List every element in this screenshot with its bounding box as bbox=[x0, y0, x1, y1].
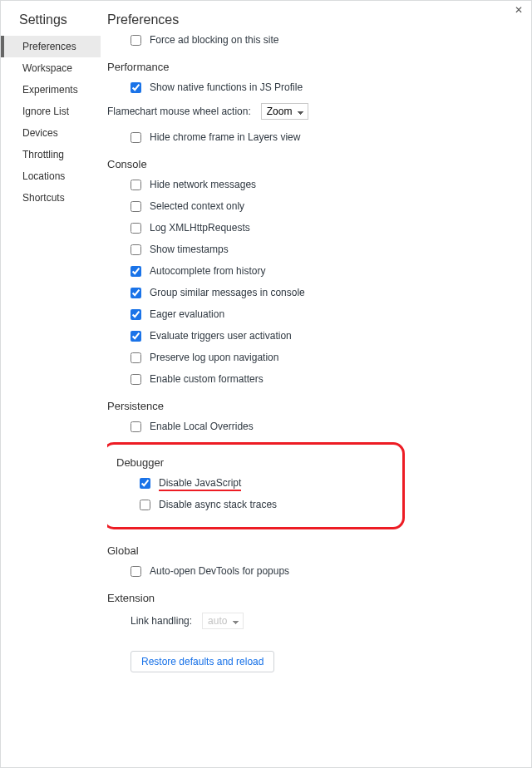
sidebar-tab-throttling[interactable]: Throttling bbox=[1, 144, 101, 165]
label-selected-context-only: Selected context only bbox=[150, 200, 244, 212]
opt-show-timestamps: Show timestamps bbox=[131, 244, 521, 255]
checkbox-hide-network-messages[interactable] bbox=[131, 180, 141, 190]
checkbox-hide-chrome-frame[interactable] bbox=[131, 132, 141, 143]
opt-preserve-log-upon-navigation: Preserve log upon navigation bbox=[131, 352, 521, 363]
section-debugger: Debugger bbox=[116, 456, 391, 469]
checkbox-preserve-log-upon-navigation[interactable] bbox=[131, 352, 141, 363]
label-auto-open-devtools: Auto-open DevTools for popups bbox=[150, 565, 289, 577]
label-disable-javascript: Disable JavaScript bbox=[159, 477, 241, 489]
label-native-functions: Show native functions in JS Profile bbox=[150, 81, 303, 93]
opt-hide-chrome-frame: Hide chrome frame in Layers view bbox=[131, 131, 521, 143]
label-local-overrides: Enable Local Overrides bbox=[150, 421, 254, 432]
label-autocomplete-from-history: Autocomplete from history bbox=[150, 265, 265, 277]
checkbox-disable-javascript[interactable] bbox=[140, 478, 150, 489]
opt-log-xmlhttprequests: Log XMLHttpRequests bbox=[131, 222, 521, 234]
opt-disable-async-stack: Disable async stack traces bbox=[140, 499, 391, 510]
label-enable-custom-formatters: Enable custom formatters bbox=[150, 373, 264, 385]
checkbox-selected-context-only[interactable] bbox=[131, 201, 141, 212]
sidebar-tab-preferences[interactable]: Preferences bbox=[1, 36, 101, 57]
section-console: Console bbox=[107, 158, 521, 170]
label-evaluate-triggers-user-activation: Evaluate triggers user activation bbox=[150, 330, 292, 342]
checkbox-evaluate-triggers-user-activation[interactable] bbox=[131, 331, 141, 342]
checkbox-log-xmlhttprequests[interactable] bbox=[131, 223, 141, 234]
opt-local-overrides: Enable Local Overrides bbox=[131, 421, 521, 432]
sidebar-tab-locations[interactable]: Locations bbox=[1, 165, 101, 187]
opt-hide-network-messages: Hide network messages bbox=[131, 179, 521, 190]
section-extension: Extension bbox=[107, 592, 521, 604]
opt-native-functions: Show native functions in JS Profile bbox=[131, 81, 521, 93]
label-flamechart-wheel: Flamechart mouse wheel action: bbox=[107, 106, 251, 117]
label-eager-evaluation: Eager evaluation bbox=[150, 308, 224, 320]
checkbox-group-similar-messages-in-console[interactable] bbox=[131, 288, 141, 298]
label-preserve-log-upon-navigation: Preserve log upon navigation bbox=[150, 352, 278, 363]
checkbox-disable-async-stack[interactable] bbox=[140, 500, 150, 510]
checkbox-show-timestamps[interactable] bbox=[131, 244, 141, 255]
sidebar-tab-workspace[interactable]: Workspace bbox=[1, 57, 101, 79]
checkbox-native-functions[interactable] bbox=[131, 82, 141, 93]
sidebar: Settings PreferencesWorkspaceExperiments… bbox=[1, 1, 101, 767]
row-flamechart-wheel: Flamechart mouse wheel action: Zoom bbox=[107, 103, 521, 120]
checkbox-eager-evaluation[interactable] bbox=[131, 309, 141, 320]
opt-disable-javascript: Disable JavaScript bbox=[140, 477, 391, 489]
sidebar-tab-ignore-list[interactable]: Ignore List bbox=[1, 101, 101, 122]
checkbox-local-overrides[interactable] bbox=[131, 421, 141, 432]
highlight-box-debugger: Debugger Disable JavaScript Disable asyn… bbox=[107, 442, 405, 529]
restore-defaults-button[interactable]: Restore defaults and reload bbox=[131, 651, 274, 672]
sidebar-title: Settings bbox=[1, 7, 101, 36]
opt-eager-evaluation: Eager evaluation bbox=[131, 308, 521, 320]
opt-selected-context-only: Selected context only bbox=[131, 200, 521, 212]
label-show-timestamps: Show timestamps bbox=[150, 244, 229, 255]
section-global: Global bbox=[107, 544, 521, 557]
opt-group-similar-messages-in-console: Group similar messages in console bbox=[131, 287, 521, 298]
opt-enable-custom-formatters: Enable custom formatters bbox=[131, 373, 521, 385]
sidebar-tab-shortcuts[interactable]: Shortcuts bbox=[1, 187, 101, 209]
opt-auto-open-devtools: Auto-open DevTools for popups bbox=[131, 565, 521, 577]
label-disable-async-stack: Disable async stack traces bbox=[159, 499, 277, 510]
checkbox-force-ad-blocking[interactable] bbox=[131, 35, 141, 46]
opt-evaluate-triggers-user-activation: Evaluate triggers user activation bbox=[131, 330, 521, 342]
section-persistence: Persistence bbox=[107, 400, 521, 412]
label-hide-network-messages: Hide network messages bbox=[150, 179, 256, 190]
label-hide-chrome-frame: Hide chrome frame in Layers view bbox=[150, 131, 300, 143]
label-group-similar-messages-in-console: Group similar messages in console bbox=[150, 287, 305, 298]
opt-autocomplete-from-history: Autocomplete from history bbox=[131, 265, 521, 277]
label-link-handling: Link handling: bbox=[131, 615, 192, 627]
opt-force-ad-blocking: Force ad blocking on this site bbox=[131, 34, 521, 46]
main-panel: Preferences Force ad blocking on this si… bbox=[101, 1, 531, 767]
select-flamechart-wheel[interactable]: Zoom bbox=[261, 103, 308, 120]
select-link-handling: auto bbox=[202, 613, 244, 629]
sidebar-tab-experiments[interactable]: Experiments bbox=[1, 79, 101, 101]
section-performance: Performance bbox=[107, 61, 521, 73]
checkbox-autocomplete-from-history[interactable] bbox=[131, 266, 141, 277]
row-link-handling: Link handling: auto bbox=[131, 613, 521, 629]
sidebar-tab-devices[interactable]: Devices bbox=[1, 122, 101, 144]
preferences-scroll[interactable]: Force ad blocking on this site Performan… bbox=[107, 34, 525, 766]
checkbox-enable-custom-formatters[interactable] bbox=[131, 374, 141, 385]
label-log-xmlhttprequests: Log XMLHttpRequests bbox=[150, 222, 250, 234]
checkbox-auto-open-devtools[interactable] bbox=[131, 566, 141, 577]
page-title: Preferences bbox=[107, 7, 531, 36]
label-force-ad-blocking: Force ad blocking on this site bbox=[150, 34, 278, 46]
